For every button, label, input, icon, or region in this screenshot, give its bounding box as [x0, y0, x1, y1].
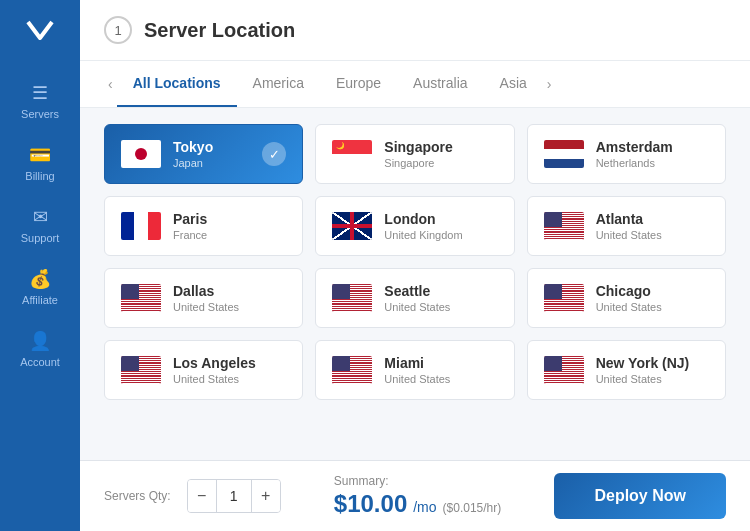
country-name-atlanta: United States	[596, 229, 709, 241]
location-info-london: LondonUnited Kingdom	[384, 211, 497, 241]
city-name-atlanta: Atlanta	[596, 211, 709, 227]
location-info-amsterdam: AmsterdamNetherlands	[596, 139, 709, 169]
tabs-bar: ‹ All Locations America Europe Australia…	[80, 61, 750, 108]
flag-us	[332, 284, 372, 312]
qty-input[interactable]	[216, 480, 252, 512]
country-name-seattle: United States	[384, 301, 497, 313]
country-name-amsterdam: Netherlands	[596, 157, 709, 169]
sidebar-item-support[interactable]: ✉ Support	[0, 194, 80, 256]
deploy-button[interactable]: Deploy Now	[554, 473, 726, 519]
flag-us	[544, 356, 584, 384]
country-name-losangeles: United States	[173, 373, 286, 385]
sidebar-item-billing[interactable]: 💳 Billing	[0, 132, 80, 194]
tab-australia[interactable]: Australia	[397, 61, 483, 107]
country-name-dallas: United States	[173, 301, 286, 313]
sidebar-item-label-support: Support	[21, 232, 60, 244]
qty-decrease-button[interactable]: −	[188, 480, 216, 512]
sidebar: ☰ Servers 💳 Billing ✉ Support 💰 Affiliat…	[0, 0, 80, 531]
country-name-paris: France	[173, 229, 286, 241]
city-name-newyork: New York (NJ)	[596, 355, 709, 371]
location-card-paris[interactable]: ParisFrance	[104, 196, 303, 256]
header: 1 Server Location	[80, 0, 750, 61]
price-main: $10.00	[334, 490, 407, 518]
summary-price: $10.00 /mo ($0.015/hr)	[334, 490, 501, 518]
location-card-miami[interactable]: MiamiUnited States	[315, 340, 514, 400]
step-badge: 1	[104, 16, 132, 44]
city-name-miami: Miami	[384, 355, 497, 371]
tab-america[interactable]: America	[237, 61, 320, 107]
location-card-atlanta[interactable]: AtlantaUnited States	[527, 196, 726, 256]
billing-icon: 💳	[29, 144, 51, 166]
affiliate-icon: 💰	[29, 268, 51, 290]
city-name-amsterdam: Amsterdam	[596, 139, 709, 155]
flag-us	[332, 356, 372, 384]
flag-us	[544, 212, 584, 240]
flag-nl	[544, 140, 584, 168]
main-content: 1 Server Location ‹ All Locations Americ…	[80, 0, 750, 531]
location-info-tokyo: TokyoJapan	[173, 139, 250, 169]
sidebar-item-servers[interactable]: ☰ Servers	[0, 70, 80, 132]
check-icon-tokyo: ✓	[262, 142, 286, 166]
location-card-amsterdam[interactable]: AmsterdamNetherlands	[527, 124, 726, 184]
footer-left: Servers Qty: − +	[104, 479, 281, 513]
location-card-singapore[interactable]: SingaporeSingapore	[315, 124, 514, 184]
summary-label: Summary:	[334, 474, 501, 488]
flag-us	[121, 356, 161, 384]
location-info-chicago: ChicagoUnited States	[596, 283, 709, 313]
logo	[20, 10, 60, 50]
city-name-dallas: Dallas	[173, 283, 286, 299]
sidebar-item-label-billing: Billing	[25, 170, 54, 182]
account-icon: 👤	[29, 330, 51, 352]
location-card-tokyo[interactable]: TokyoJapan✓	[104, 124, 303, 184]
city-name-tokyo: Tokyo	[173, 139, 250, 155]
location-info-losangeles: Los AngelesUnited States	[173, 355, 286, 385]
location-card-chicago[interactable]: ChicagoUnited States	[527, 268, 726, 328]
location-info-paris: ParisFrance	[173, 211, 286, 241]
city-name-paris: Paris	[173, 211, 286, 227]
country-name-miami: United States	[384, 373, 497, 385]
flag-gb	[332, 212, 372, 240]
location-card-london[interactable]: LondonUnited Kingdom	[315, 196, 514, 256]
qty-control: − +	[187, 479, 281, 513]
city-name-seattle: Seattle	[384, 283, 497, 299]
location-info-singapore: SingaporeSingapore	[384, 139, 497, 169]
sidebar-item-account[interactable]: 👤 Account	[0, 318, 80, 380]
location-info-seattle: SeattleUnited States	[384, 283, 497, 313]
tab-all-locations[interactable]: All Locations	[117, 61, 237, 107]
tab-europe[interactable]: Europe	[320, 61, 397, 107]
country-name-tokyo: Japan	[173, 157, 250, 169]
flag-us	[544, 284, 584, 312]
city-name-london: London	[384, 211, 497, 227]
location-info-newyork: New York (NJ)United States	[596, 355, 709, 385]
price-hr: ($0.015/hr)	[443, 501, 502, 515]
location-card-dallas[interactable]: DallasUnited States	[104, 268, 303, 328]
location-card-seattle[interactable]: SeattleUnited States	[315, 268, 514, 328]
location-info-miami: MiamiUnited States	[384, 355, 497, 385]
location-card-newyork[interactable]: New York (NJ)United States	[527, 340, 726, 400]
flag-us	[121, 284, 161, 312]
qty-label: Servers Qty:	[104, 489, 171, 503]
summary-area: Summary: $10.00 /mo ($0.015/hr)	[334, 474, 501, 518]
support-icon: ✉	[33, 206, 48, 228]
price-mo: /mo	[413, 499, 436, 515]
flag-jp	[121, 140, 161, 168]
country-name-singapore: Singapore	[384, 157, 497, 169]
sidebar-item-label-affiliate: Affiliate	[22, 294, 58, 306]
city-name-losangeles: Los Angeles	[173, 355, 286, 371]
tab-asia[interactable]: Asia	[484, 61, 543, 107]
country-name-chicago: United States	[596, 301, 709, 313]
tab-next-arrow[interactable]: ›	[543, 64, 556, 104]
location-info-dallas: DallasUnited States	[173, 283, 286, 313]
city-name-singapore: Singapore	[384, 139, 497, 155]
locations-grid: TokyoJapan✓SingaporeSingaporeAmsterdamNe…	[104, 124, 726, 400]
servers-icon: ☰	[32, 82, 48, 104]
city-name-chicago: Chicago	[596, 283, 709, 299]
location-info-atlanta: AtlantaUnited States	[596, 211, 709, 241]
qty-increase-button[interactable]: +	[252, 480, 280, 512]
flag-sg	[332, 140, 372, 168]
country-name-london: United Kingdom	[384, 229, 497, 241]
footer: Servers Qty: − + Summary: $10.00 /mo ($0…	[80, 460, 750, 531]
sidebar-item-affiliate[interactable]: 💰 Affiliate	[0, 256, 80, 318]
tab-prev-arrow[interactable]: ‹	[104, 64, 117, 104]
location-card-losangeles[interactable]: Los AngelesUnited States	[104, 340, 303, 400]
